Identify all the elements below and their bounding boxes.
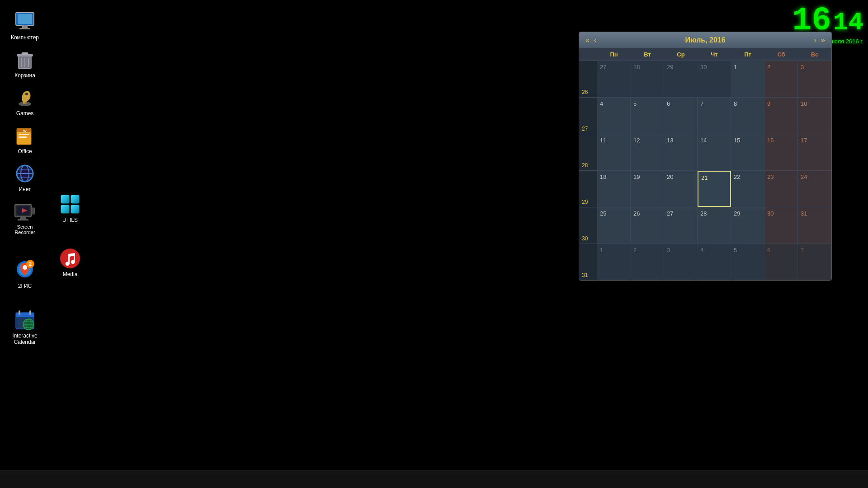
calendar-nav-right: › » bbox=[812, 36, 827, 45]
calendar-day[interactable]: 3 bbox=[664, 244, 698, 280]
desktop-icon-screen-recorder[interactable]: ScreenRecorder bbox=[5, 199, 45, 237]
calendar-day[interactable]: 6 bbox=[764, 244, 798, 280]
office-icon-label: Office bbox=[18, 148, 32, 155]
svg-rect-49 bbox=[29, 310, 31, 315]
day-number: 29 bbox=[734, 210, 740, 217]
desktop-icon-computer[interactable]: Компьютер bbox=[5, 9, 45, 42]
calendar-day[interactable]: 31 bbox=[798, 207, 831, 244]
calendar-day[interactable]: 12 bbox=[631, 134, 664, 170]
calendar-day[interactable]: 25 bbox=[597, 207, 631, 244]
calendar-weekdays: Пн Вт Ср Чт Пт Сб Вс bbox=[579, 48, 831, 61]
calendar-day[interactable]: 13 bbox=[664, 134, 698, 170]
calendar-day[interactable]: 1 bbox=[597, 244, 631, 280]
day-number: 31 bbox=[801, 210, 807, 217]
calendar-day[interactable]: 21 bbox=[698, 171, 731, 207]
desktop-icon-interactive-calendar[interactable]: InteractiveCalendar bbox=[5, 307, 45, 347]
calendar-day[interactable]: 7 bbox=[798, 244, 831, 280]
calendar-day[interactable]: 30 bbox=[764, 207, 798, 244]
svg-rect-14 bbox=[19, 134, 29, 135]
calendar-title: Июль, 2016 bbox=[598, 36, 812, 44]
calendar-day[interactable]: 14 bbox=[698, 134, 731, 170]
day-number: 18 bbox=[600, 174, 606, 180]
calendar-day[interactable]: 26 bbox=[631, 207, 664, 244]
calendar-day[interactable]: 2 bbox=[764, 61, 798, 97]
trash-icon bbox=[14, 49, 36, 70]
calendar-day[interactable]: 28 bbox=[698, 207, 731, 244]
week-number: 29 bbox=[579, 171, 597, 207]
calendar-day[interactable]: 10 bbox=[798, 98, 831, 134]
calendar-day[interactable]: 19 bbox=[631, 171, 664, 207]
svg-rect-2 bbox=[22, 25, 28, 28]
calendar-day[interactable]: 1 bbox=[731, 61, 764, 97]
calendar-day[interactable]: 27 bbox=[597, 61, 631, 97]
svg-rect-15 bbox=[19, 136, 27, 138]
calendar-day[interactable]: 16 bbox=[764, 134, 798, 170]
screen-recorder-label: ScreenRecorder bbox=[14, 224, 35, 235]
svg-rect-37 bbox=[61, 205, 69, 213]
calendar-day[interactable]: 24 bbox=[798, 171, 831, 207]
desktop-icon-utils[interactable]: UTILS bbox=[50, 192, 90, 225]
next-month-button[interactable]: › bbox=[812, 36, 818, 45]
calendar-day[interactable]: 4 bbox=[698, 244, 731, 280]
calendar-day[interactable]: 18 bbox=[597, 171, 631, 207]
calendar-day[interactable]: 9 bbox=[764, 98, 798, 134]
calendar-day[interactable]: 29 bbox=[664, 61, 698, 97]
calendar-day[interactable]: 11 bbox=[597, 134, 631, 170]
calendar-day[interactable]: 8 bbox=[731, 98, 764, 134]
calendar-widget: « ‹ Июль, 2016 › » Пн Вт Ср Чт Пт Сб Вс bbox=[579, 32, 832, 281]
day-number: 13 bbox=[667, 137, 673, 144]
calendar-day[interactable]: 4 bbox=[597, 98, 631, 134]
taskbar bbox=[0, 470, 868, 488]
day-number: 23 bbox=[767, 174, 774, 180]
desktop: 16 14 31 июля 2016 г. Компьютер bbox=[0, 0, 868, 488]
svg-rect-30 bbox=[18, 219, 28, 221]
desktop-icon-games[interactable]: Games bbox=[5, 85, 45, 118]
day-number: 8 bbox=[734, 100, 737, 107]
calendar-day[interactable]: 17 bbox=[798, 134, 831, 170]
media-icon bbox=[59, 248, 81, 269]
day-number: 27 bbox=[600, 64, 606, 70]
calendar-day[interactable]: 27 bbox=[664, 207, 698, 244]
svg-rect-1 bbox=[18, 14, 32, 24]
calendar-day[interactable]: 5 bbox=[731, 244, 764, 280]
interactive-calendar-icon-label: InteractiveCalendar bbox=[12, 333, 37, 345]
day-number: 30 bbox=[700, 64, 707, 70]
inet-icon bbox=[14, 163, 36, 184]
calendar-day[interactable]: 22 bbox=[731, 171, 764, 207]
desktop-icon-2gis[interactable]: 2 2ГИС bbox=[5, 258, 45, 291]
weekday-sun: Вс bbox=[798, 48, 831, 61]
desktop-icon-media[interactable]: Media bbox=[50, 246, 90, 279]
games-icon bbox=[14, 87, 36, 108]
calendar-day[interactable]: 6 bbox=[664, 98, 698, 134]
day-number: 7 bbox=[801, 247, 804, 253]
prev-year-button[interactable]: « bbox=[584, 36, 591, 45]
desktop-icons-container: Компьютер Корзина bbox=[0, 0, 50, 203]
day-number: 9 bbox=[767, 100, 770, 107]
calendar-day[interactable]: 15 bbox=[731, 134, 764, 170]
calendar-day[interactable]: 7 bbox=[698, 98, 731, 134]
desktop-icon-trash[interactable]: Корзина bbox=[5, 47, 45, 80]
calendar-day[interactable]: 30 bbox=[698, 61, 731, 97]
calendar-day[interactable]: 20 bbox=[664, 171, 698, 207]
calendar-day[interactable]: 5 bbox=[631, 98, 664, 134]
week-number: 26 bbox=[579, 61, 597, 97]
week-num-header bbox=[579, 48, 597, 61]
calendar-day[interactable]: 23 bbox=[764, 171, 798, 207]
games-icon-label: Games bbox=[16, 110, 34, 117]
day-number: 5 bbox=[633, 100, 637, 107]
calendar-day[interactable]: 28 bbox=[631, 61, 664, 97]
svg-text:W: W bbox=[23, 129, 27, 133]
day-number: 14 bbox=[700, 137, 707, 144]
prev-month-button[interactable]: ‹ bbox=[592, 36, 598, 45]
inet-icon-label: Инет bbox=[19, 186, 31, 192]
desktop-icon-inet[interactable]: Инет bbox=[5, 161, 45, 194]
calendar-week-row: 2811121314151617 bbox=[579, 134, 831, 170]
calendar-day[interactable]: 2 bbox=[631, 244, 664, 280]
desktop-icon-office[interactable]: W Office bbox=[5, 123, 45, 156]
next-year-button[interactable]: » bbox=[819, 36, 827, 45]
calendar-day[interactable]: 3 bbox=[798, 61, 831, 97]
day-number: 1 bbox=[600, 247, 603, 253]
calendar-day[interactable]: 29 bbox=[731, 207, 764, 244]
day-number: 29 bbox=[667, 64, 673, 70]
day-number: 2 bbox=[767, 64, 770, 70]
